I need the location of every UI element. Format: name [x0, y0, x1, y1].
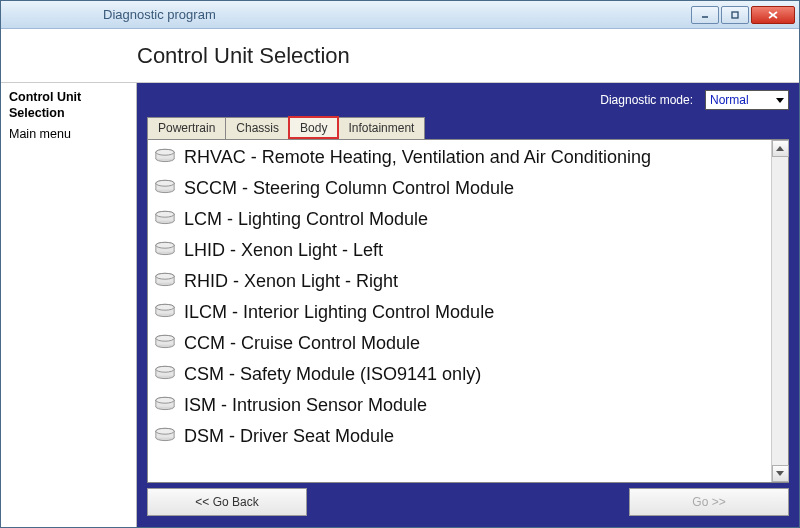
module-row[interactable]: ILCM - Interior Lighting Control Module: [148, 297, 771, 328]
diagnostic-mode-value: Normal: [710, 93, 749, 107]
tab-body[interactable]: Body: [289, 117, 338, 139]
module-label: ILCM - Interior Lighting Control Module: [184, 302, 494, 323]
header: Control Unit Selection: [1, 29, 799, 83]
tab-strip: Powertrain Chassis Body Infotainment: [147, 117, 789, 139]
window-title: Diagnostic program: [103, 7, 216, 22]
sidebar-item-main-menu[interactable]: Main menu: [9, 126, 128, 142]
tab-powertrain[interactable]: Powertrain: [147, 117, 226, 139]
module-list[interactable]: RHVAC - Remote Heating, Ventilation and …: [148, 140, 771, 482]
module-row[interactable]: SCCM - Steering Column Control Module: [148, 173, 771, 204]
module-label: RHVAC - Remote Heating, Ventilation and …: [184, 147, 651, 168]
scrollbar[interactable]: [771, 140, 788, 482]
module-label: LCM - Lighting Control Module: [184, 209, 428, 230]
svg-point-39: [156, 304, 174, 310]
minimize-button[interactable]: [691, 6, 719, 24]
svg-point-15: [156, 180, 174, 186]
module-row[interactable]: LHID - Xenon Light - Left: [148, 235, 771, 266]
module-label: CCM - Cruise Control Module: [184, 333, 420, 354]
module-icon: [154, 209, 184, 230]
module-icon: [154, 302, 184, 323]
titlebar: Diagnostic program: [1, 1, 799, 29]
module-label: LHID - Xenon Light - Left: [184, 240, 383, 261]
scroll-up-button[interactable]: [772, 140, 789, 157]
module-row[interactable]: DSM - Driver Seat Module: [148, 421, 771, 452]
module-icon: [154, 364, 184, 385]
tab-infotainment[interactable]: Infotainment: [337, 117, 425, 139]
svg-point-33: [156, 273, 174, 279]
go-forward-button[interactable]: Go >>: [629, 488, 789, 516]
module-icon: [154, 271, 184, 292]
close-button[interactable]: [751, 6, 795, 24]
module-label: ISM - Intrusion Sensor Module: [184, 395, 427, 416]
go-back-button[interactable]: << Go Back: [147, 488, 307, 516]
diagnostic-mode-row: Diagnostic mode: Normal: [137, 83, 799, 117]
module-label: CSM - Safety Module (ISO9141 only): [184, 364, 481, 385]
maximize-button[interactable]: [721, 6, 749, 24]
diagnostic-mode-label: Diagnostic mode:: [600, 93, 693, 107]
module-label: DSM - Driver Seat Module: [184, 426, 394, 447]
module-icon: [154, 395, 184, 416]
svg-point-51: [156, 366, 174, 372]
svg-point-9: [156, 149, 174, 155]
module-icon: [154, 426, 184, 447]
svg-point-57: [156, 397, 174, 403]
module-icon: [154, 147, 184, 168]
module-label: RHID - Xenon Light - Right: [184, 271, 398, 292]
module-label: SCCM - Steering Column Control Module: [184, 178, 514, 199]
svg-point-45: [156, 335, 174, 341]
tab-chassis[interactable]: Chassis: [225, 117, 290, 139]
module-row[interactable]: CCM - Cruise Control Module: [148, 328, 771, 359]
app-window: Diagnostic program Control Unit Selectio…: [0, 0, 800, 528]
module-row[interactable]: RHID - Xenon Light - Right: [148, 266, 771, 297]
sidebar-item-control-unit-selection[interactable]: Control Unit Selection: [9, 89, 128, 122]
module-icon: [154, 333, 184, 354]
module-icon: [154, 240, 184, 261]
main-pane: Diagnostic mode: Normal Powertrain Chass…: [137, 83, 799, 527]
svg-point-63: [156, 428, 174, 434]
module-listbox: RHVAC - Remote Heating, Ventilation and …: [147, 139, 789, 483]
module-row[interactable]: RHVAC - Remote Heating, Ventilation and …: [148, 142, 771, 173]
sidebar: Control Unit Selection Main menu: [1, 83, 137, 527]
diagnostic-mode-select[interactable]: Normal: [705, 90, 789, 110]
footer: << Go Back Go >>: [137, 483, 799, 527]
module-row[interactable]: LCM - Lighting Control Module: [148, 204, 771, 235]
page-title: Control Unit Selection: [137, 43, 350, 69]
module-row[interactable]: ISM - Intrusion Sensor Module: [148, 390, 771, 421]
chevron-down-icon: [776, 98, 784, 103]
module-icon: [154, 178, 184, 199]
svg-point-27: [156, 242, 174, 248]
module-row[interactable]: CSM - Safety Module (ISO9141 only): [148, 359, 771, 390]
svg-point-21: [156, 211, 174, 217]
svg-rect-1: [732, 12, 738, 18]
scroll-down-button[interactable]: [772, 465, 789, 482]
